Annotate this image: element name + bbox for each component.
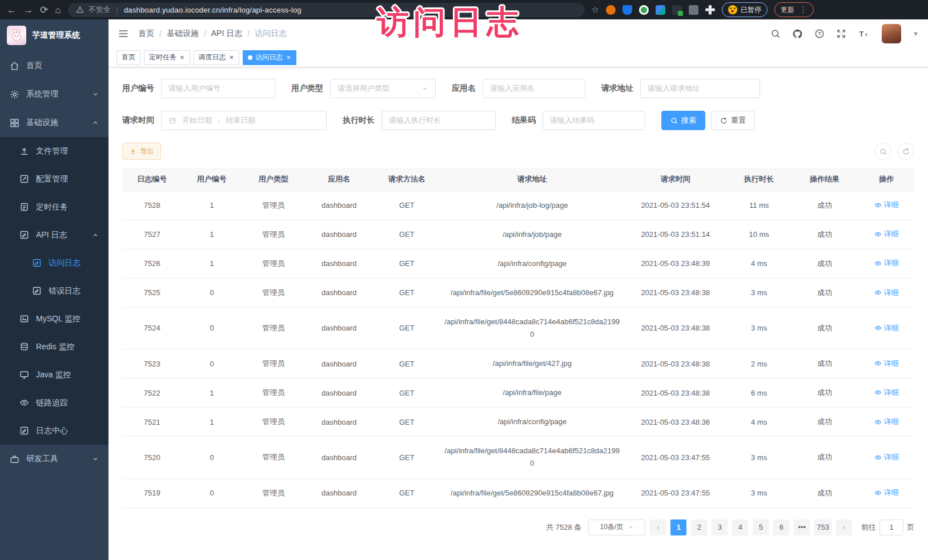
tab-访问日志[interactable]: 访问日志×	[243, 50, 296, 65]
page-size-select[interactable]: 10条/页	[588, 519, 645, 535]
cell-actions: 详细	[858, 278, 914, 307]
sidebar-item-access-log[interactable]: 访问日志	[0, 249, 109, 277]
cell-request-time: 2021-05-03 23:48:39	[624, 249, 727, 278]
browser-update-button[interactable]: 更新 ⋮	[774, 2, 814, 17]
app-name-input[interactable]: 请输入应用名	[483, 79, 585, 98]
address-bar[interactable]: 不安全 | dashboard.yudao.iocoder.cn/infra/l…	[68, 3, 585, 17]
user-type-select[interactable]: 请选择用户类型	[330, 79, 436, 98]
date-range-picker[interactable]: 开始日期 - 结束日期	[161, 111, 327, 130]
search-icon[interactable]	[770, 29, 781, 39]
page-button-2[interactable]: 2	[691, 519, 707, 535]
sidebar-item-java-monitor[interactable]: Java 监控	[0, 361, 109, 389]
detail-link[interactable]: 详细	[874, 388, 899, 398]
browser-reload-icon[interactable]: ⟳	[40, 5, 48, 15]
extension-icon[interactable]	[639, 5, 649, 15]
next-page-button[interactable]: ›	[836, 519, 852, 535]
sidebar-item-file-management[interactable]: 文件管理	[0, 137, 109, 165]
extension-icon[interactable]	[606, 5, 616, 15]
avatar-caret-icon[interactable]: ▼	[913, 30, 919, 37]
prev-page-button[interactable]: ‹	[650, 519, 666, 535]
sidebar-item-home[interactable]: 首页	[0, 51, 109, 80]
sidebar-item-trace[interactable]: 链路追踪	[0, 389, 109, 417]
github-icon[interactable]	[792, 29, 803, 39]
browser-menu-icon[interactable]: ⋮	[799, 5, 808, 15]
page-button-1[interactable]: 1	[670, 519, 686, 535]
tab-close-icon[interactable]: ×	[179, 54, 185, 61]
sidebar-item-system[interactable]: 系统管理	[0, 80, 109, 108]
bookmark-star-icon[interactable]: ☆	[592, 5, 599, 15]
detail-link-label: 详细	[884, 200, 899, 210]
app-logo[interactable]: 芋道管理系统	[0, 19, 109, 51]
detail-link[interactable]: 详细	[874, 258, 899, 268]
result-code-input[interactable]: 请输入结果码	[543, 111, 645, 130]
help-icon[interactable]: ?	[814, 29, 825, 39]
sidebar-item-dev-tools[interactable]: 研发工具	[0, 445, 109, 473]
extension-icon[interactable]	[689, 5, 698, 15]
detail-link[interactable]: 详细	[874, 288, 899, 298]
browser-forward-icon[interactable]: →	[23, 5, 33, 15]
page-button-753[interactable]: 753	[814, 519, 831, 535]
menu-label: MySQL 监控	[36, 314, 81, 324]
hamburger-icon[interactable]	[118, 28, 129, 39]
page-button-3[interactable]: 3	[712, 519, 728, 535]
detail-link[interactable]: 详细	[874, 452, 899, 462]
font-size-icon[interactable]: TT	[858, 29, 870, 39]
sidebar-item-scheduled-jobs[interactable]: 定时任务	[0, 193, 109, 221]
cell-method: GET	[373, 437, 440, 478]
detail-link[interactable]: 详细	[874, 488, 899, 498]
browser-chrome: ← → ⟳ ⌂ 不安全 | dashboard.yudao.iocoder.cn…	[0, 0, 928, 19]
tab-定时任务[interactable]: 定时任务×	[144, 50, 190, 65]
fullscreen-icon[interactable]	[836, 29, 846, 39]
cell-method: GET	[373, 478, 440, 507]
user-avatar[interactable]	[882, 24, 901, 43]
tab-调度日志[interactable]: 调度日志×	[194, 50, 240, 65]
request-url-input[interactable]: 请输入请求地址	[640, 79, 760, 98]
tab-close-icon[interactable]: ×	[229, 54, 235, 61]
page-button-4[interactable]: 4	[732, 519, 748, 535]
monitor-icon	[19, 370, 29, 380]
menu-label: 系统管理	[26, 89, 58, 99]
sidebar-item-redis-monitor[interactable]: Redis 监控	[0, 333, 109, 361]
toggle-search-button[interactable]	[874, 143, 891, 160]
refresh-table-button[interactable]	[897, 143, 914, 160]
extensions-puzzle-icon[interactable]	[705, 5, 715, 15]
user-id-input[interactable]: 请输入用户编号	[161, 79, 275, 98]
sidebar-item-api-log[interactable]: API 日志	[0, 221, 109, 249]
tab-close-icon[interactable]: ×	[286, 54, 291, 61]
tab-首页[interactable]: 首页	[116, 50, 140, 65]
extension-icon[interactable]	[622, 5, 632, 15]
sidebar-item-error-log[interactable]: 错误日志	[0, 277, 109, 305]
cell-app-name: dashboard	[306, 307, 373, 349]
sidebar-item-config-management[interactable]: 配置管理	[0, 165, 109, 193]
more-pages-button[interactable]: •••	[794, 519, 810, 535]
browser-back-icon[interactable]: ←	[7, 5, 17, 15]
extension-icon[interactable]	[672, 5, 682, 15]
table-row: 7528 1 管理员 dashboard GET /api/infra/job-…	[122, 191, 914, 220]
breadcrumb-item[interactable]: 首页	[138, 29, 154, 39]
sidebar-item-infrastructure[interactable]: 基础设施	[0, 108, 109, 137]
sidebar-item-mysql-monitor[interactable]: MySQL 监控	[0, 305, 109, 333]
breadcrumb-item[interactable]: 基础设施	[167, 29, 199, 39]
breadcrumb-item[interactable]: API 日志	[211, 29, 242, 39]
search-button[interactable]: 搜索	[661, 111, 705, 130]
detail-link[interactable]: 详细	[874, 200, 899, 210]
security-warning-icon	[76, 6, 84, 14]
detail-link[interactable]: 详细	[874, 358, 899, 369]
profile-paused-badge[interactable]: 已暂停	[722, 2, 768, 17]
extension-icon[interactable]	[656, 5, 665, 15]
page-button-5[interactable]: 5	[753, 519, 769, 535]
page-button-6[interactable]: 6	[773, 519, 789, 535]
export-button[interactable]: 导出	[122, 143, 161, 160]
sidebar-item-log-center[interactable]: 日志中心	[0, 417, 109, 445]
cell-app-name: dashboard	[306, 220, 373, 249]
goto-page-input[interactable]: 1	[879, 519, 903, 535]
placeholder-text: 请选择用户类型	[338, 83, 389, 94]
detail-link[interactable]: 详细	[874, 229, 899, 239]
duration-input[interactable]: 请输入执行时长	[381, 111, 496, 130]
browser-home-icon[interactable]: ⌂	[55, 5, 61, 15]
detail-link[interactable]: 详细	[874, 323, 899, 333]
briefcase-icon	[10, 454, 19, 464]
detail-link[interactable]: 详细	[874, 417, 899, 427]
menu-label: 配置管理	[36, 174, 68, 184]
reset-button[interactable]: 重置	[711, 111, 755, 130]
